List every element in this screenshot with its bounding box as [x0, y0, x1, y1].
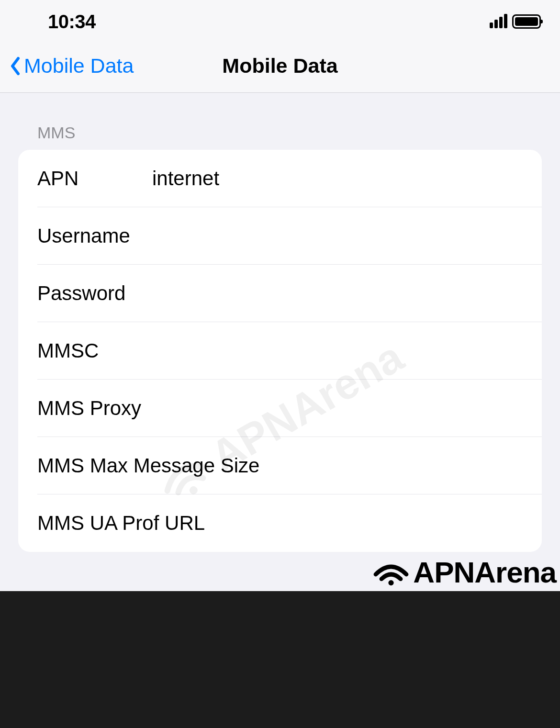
mmsc-label: MMSC — [37, 339, 152, 362]
cellular-signal-icon — [490, 15, 507, 28]
password-row[interactable]: Password — [18, 265, 542, 322]
status-indicators — [490, 14, 541, 29]
section-header-mms: MMS — [0, 123, 560, 150]
mms-proxy-label: MMS Proxy — [37, 397, 152, 420]
battery-icon — [512, 14, 541, 29]
mms-settings-group: APN Username Password MMSC MMS Proxy MMS… — [18, 150, 542, 552]
username-input[interactable] — [152, 224, 542, 247]
apn-row[interactable]: APN — [18, 150, 542, 207]
mmsc-row[interactable]: MMSC — [18, 322, 542, 380]
mms-proxy-input[interactable] — [152, 397, 542, 420]
apn-label: APN — [37, 167, 152, 190]
mms-max-size-row[interactable]: MMS Max Message Size — [18, 437, 542, 494]
svg-point-1 — [389, 580, 394, 585]
mms-proxy-row[interactable]: MMS Proxy — [18, 380, 542, 437]
status-time: 10:34 — [48, 11, 96, 33]
mms-ua-prof-label: MMS UA Prof URL — [37, 512, 205, 535]
footer-brand: APNArena — [372, 555, 556, 589]
footer-brand-text: APNArena — [413, 555, 556, 589]
back-button[interactable]: Mobile Data — [10, 54, 134, 78]
mms-max-size-label: MMS Max Message Size — [37, 454, 259, 477]
mmsc-input[interactable] — [152, 339, 542, 362]
bottom-dark-area — [0, 591, 560, 728]
password-label: Password — [37, 282, 152, 305]
mms-ua-prof-input[interactable] — [205, 512, 542, 535]
page-title: Mobile Data — [222, 54, 337, 78]
chevron-left-icon — [10, 56, 20, 76]
status-bar: 10:34 — [0, 0, 560, 43]
apn-input[interactable] — [152, 167, 542, 190]
username-label: Username — [37, 224, 152, 247]
password-input[interactable] — [152, 282, 542, 305]
content-area: MMS APN Username Password MMSC MMS Proxy… — [0, 93, 560, 552]
navigation-bar: Mobile Data Mobile Data — [0, 43, 560, 93]
username-row[interactable]: Username — [18, 207, 542, 265]
mms-ua-prof-row[interactable]: MMS UA Prof URL — [18, 494, 542, 552]
mms-max-size-input[interactable] — [259, 454, 542, 477]
wifi-icon — [372, 558, 410, 587]
back-label: Mobile Data — [24, 54, 134, 78]
